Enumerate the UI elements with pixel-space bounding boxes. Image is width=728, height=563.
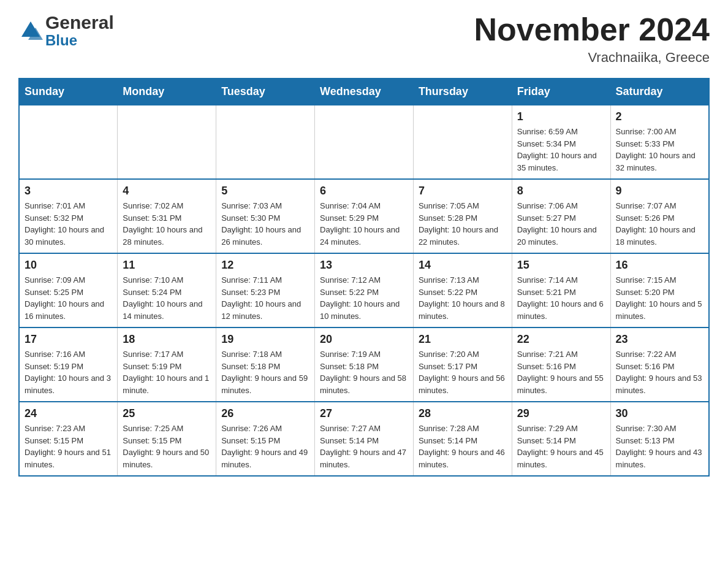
day-info: Sunrise: 7:18 AMSunset: 5:18 PMDaylight:… [221, 348, 309, 396]
calendar-cell: 1Sunrise: 6:59 AMSunset: 5:34 PMDaylight… [512, 105, 610, 179]
calendar-cell: 23Sunrise: 7:22 AMSunset: 5:16 PMDayligh… [610, 327, 709, 402]
location: Vrachnaiika, Greece [474, 50, 710, 66]
calendar-week-row: 17Sunrise: 7:16 AMSunset: 5:19 PMDayligh… [19, 327, 709, 402]
calendar-day-header: Saturday [610, 79, 709, 105]
day-number: 7 [419, 185, 507, 197]
calendar-week-row: 1Sunrise: 6:59 AMSunset: 5:34 PMDaylight… [19, 105, 709, 179]
day-number: 14 [419, 259, 507, 272]
day-info: Sunrise: 7:00 AMSunset: 5:33 PMDaylight:… [616, 126, 703, 174]
day-info: Sunrise: 7:21 AMSunset: 5:16 PMDaylight:… [517, 348, 605, 396]
day-number: 25 [123, 407, 211, 420]
calendar-cell: 30Sunrise: 7:30 AMSunset: 5:13 PMDayligh… [610, 402, 709, 476]
day-number: 30 [616, 407, 703, 420]
day-info: Sunrise: 7:01 AMSunset: 5:32 PMDaylight:… [25, 200, 112, 248]
day-number: 29 [517, 407, 605, 420]
calendar-cell: 29Sunrise: 7:29 AMSunset: 5:14 PMDayligh… [512, 402, 610, 476]
day-number: 5 [221, 185, 309, 197]
calendar-cell: 26Sunrise: 7:26 AMSunset: 5:15 PMDayligh… [216, 402, 315, 476]
calendar-cell: 22Sunrise: 7:21 AMSunset: 5:16 PMDayligh… [512, 327, 610, 402]
day-info: Sunrise: 7:06 AMSunset: 5:27 PMDaylight:… [517, 200, 605, 248]
day-number: 20 [320, 333, 408, 346]
calendar-cell [118, 105, 216, 179]
calendar-cell [216, 105, 315, 179]
calendar-cell: 2Sunrise: 7:00 AMSunset: 5:33 PMDaylight… [610, 105, 709, 179]
day-info: Sunrise: 7:03 AMSunset: 5:30 PMDaylight:… [221, 200, 309, 248]
calendar-cell: 11Sunrise: 7:10 AMSunset: 5:24 PMDayligh… [118, 253, 216, 327]
day-info: Sunrise: 7:23 AMSunset: 5:15 PMDaylight:… [25, 423, 112, 470]
day-number: 21 [419, 333, 507, 346]
page-header: General Blue November 2024 Vrachnaiika, … [18, 12, 710, 66]
calendar-cell: 20Sunrise: 7:19 AMSunset: 5:18 PMDayligh… [315, 327, 414, 402]
day-info: Sunrise: 7:25 AMSunset: 5:15 PMDaylight:… [123, 423, 211, 470]
day-number: 1 [517, 110, 605, 123]
day-info: Sunrise: 7:13 AMSunset: 5:22 PMDaylight:… [419, 274, 507, 322]
logo-blue-text: Blue [45, 33, 114, 48]
day-info: Sunrise: 7:22 AMSunset: 5:16 PMDaylight:… [616, 348, 703, 396]
calendar-cell: 24Sunrise: 7:23 AMSunset: 5:15 PMDayligh… [19, 402, 118, 476]
calendar-cell [413, 105, 512, 179]
logo-icon [18, 18, 43, 43]
day-info: Sunrise: 7:12 AMSunset: 5:22 PMDaylight:… [320, 274, 408, 322]
calendar-table: SundayMondayTuesdayWednesdayThursdayFrid… [18, 78, 710, 477]
day-number: 8 [517, 185, 605, 197]
day-info: Sunrise: 7:27 AMSunset: 5:14 PMDaylight:… [320, 423, 408, 470]
day-info: Sunrise: 7:14 AMSunset: 5:21 PMDaylight:… [517, 274, 605, 322]
calendar-cell: 21Sunrise: 7:20 AMSunset: 5:17 PMDayligh… [413, 327, 512, 402]
calendar-cell: 8Sunrise: 7:06 AMSunset: 5:27 PMDaylight… [512, 179, 610, 253]
calendar-cell: 10Sunrise: 7:09 AMSunset: 5:25 PMDayligh… [19, 253, 118, 327]
calendar-cell: 14Sunrise: 7:13 AMSunset: 5:22 PMDayligh… [413, 253, 512, 327]
calendar-day-header: Friday [512, 79, 610, 105]
calendar-day-header: Sunday [19, 79, 118, 105]
day-info: Sunrise: 7:29 AMSunset: 5:14 PMDaylight:… [517, 423, 605, 470]
calendar-cell: 6Sunrise: 7:04 AMSunset: 5:29 PMDaylight… [315, 179, 414, 253]
day-number: 9 [616, 185, 703, 197]
day-number: 19 [221, 333, 309, 346]
day-info: Sunrise: 7:16 AMSunset: 5:19 PMDaylight:… [25, 348, 112, 396]
logo-general-text: General [45, 12, 114, 33]
title-section: November 2024 Vrachnaiika, Greece [474, 12, 710, 66]
day-info: Sunrise: 7:07 AMSunset: 5:26 PMDaylight:… [616, 200, 703, 248]
day-number: 3 [25, 185, 112, 197]
day-info: Sunrise: 7:20 AMSunset: 5:17 PMDaylight:… [419, 348, 507, 396]
day-number: 15 [517, 259, 605, 272]
day-number: 6 [320, 185, 408, 197]
day-info: Sunrise: 7:30 AMSunset: 5:13 PMDaylight:… [616, 423, 703, 470]
day-info: Sunrise: 7:10 AMSunset: 5:24 PMDaylight:… [123, 274, 211, 322]
day-info: Sunrise: 7:26 AMSunset: 5:15 PMDaylight:… [221, 423, 309, 470]
calendar-header-row: SundayMondayTuesdayWednesdayThursdayFrid… [19, 79, 709, 105]
day-info: Sunrise: 7:19 AMSunset: 5:18 PMDaylight:… [320, 348, 408, 396]
day-info: Sunrise: 7:15 AMSunset: 5:20 PMDaylight:… [616, 274, 703, 322]
day-number: 17 [25, 333, 112, 346]
day-number: 28 [419, 407, 507, 420]
calendar-day-header: Thursday [413, 79, 512, 105]
day-number: 11 [123, 259, 211, 272]
calendar-cell: 4Sunrise: 7:02 AMSunset: 5:31 PMDaylight… [118, 179, 216, 253]
calendar-cell [315, 105, 414, 179]
calendar-cell [19, 105, 118, 179]
calendar-week-row: 3Sunrise: 7:01 AMSunset: 5:32 PMDaylight… [19, 179, 709, 253]
day-info: Sunrise: 7:05 AMSunset: 5:28 PMDaylight:… [419, 200, 507, 248]
day-info: Sunrise: 7:04 AMSunset: 5:29 PMDaylight:… [320, 200, 408, 248]
day-number: 13 [320, 259, 408, 272]
calendar-cell: 17Sunrise: 7:16 AMSunset: 5:19 PMDayligh… [19, 327, 118, 402]
day-number: 24 [25, 407, 112, 420]
day-number: 22 [517, 333, 605, 346]
day-number: 26 [221, 407, 309, 420]
calendar-cell: 7Sunrise: 7:05 AMSunset: 5:28 PMDaylight… [413, 179, 512, 253]
calendar-cell: 19Sunrise: 7:18 AMSunset: 5:18 PMDayligh… [216, 327, 315, 402]
day-number: 23 [616, 333, 703, 346]
calendar-cell: 5Sunrise: 7:03 AMSunset: 5:30 PMDaylight… [216, 179, 315, 253]
month-title: November 2024 [474, 12, 710, 47]
calendar-cell: 25Sunrise: 7:25 AMSunset: 5:15 PMDayligh… [118, 402, 216, 476]
calendar-cell: 13Sunrise: 7:12 AMSunset: 5:22 PMDayligh… [315, 253, 414, 327]
calendar-cell: 27Sunrise: 7:27 AMSunset: 5:14 PMDayligh… [315, 402, 414, 476]
day-info: Sunrise: 7:11 AMSunset: 5:23 PMDaylight:… [221, 274, 309, 322]
day-number: 12 [221, 259, 309, 272]
calendar-cell: 16Sunrise: 7:15 AMSunset: 5:20 PMDayligh… [610, 253, 709, 327]
calendar-day-header: Monday [118, 79, 216, 105]
calendar-day-header: Tuesday [216, 79, 315, 105]
calendar-week-row: 10Sunrise: 7:09 AMSunset: 5:25 PMDayligh… [19, 253, 709, 327]
day-info: Sunrise: 7:17 AMSunset: 5:19 PMDaylight:… [123, 348, 211, 396]
calendar-week-row: 24Sunrise: 7:23 AMSunset: 5:15 PMDayligh… [19, 402, 709, 476]
calendar-day-header: Wednesday [315, 79, 414, 105]
